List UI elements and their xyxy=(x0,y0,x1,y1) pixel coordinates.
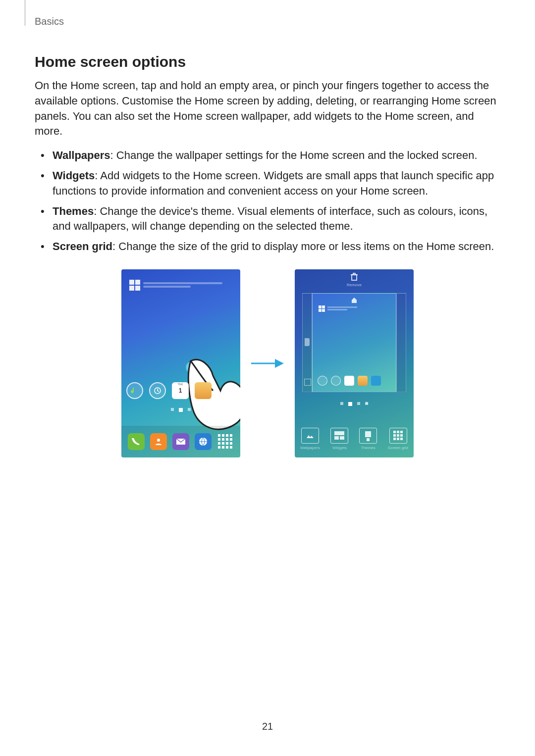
clock-icon xyxy=(149,382,166,399)
dock-bar xyxy=(121,426,240,457)
bullet-text: : Change the device's theme. Visual elem… xyxy=(53,205,487,233)
section-heading: Home screen options xyxy=(35,53,500,70)
svg-point-1 xyxy=(157,439,160,442)
phone-app-icon xyxy=(128,433,145,450)
page-number: 21 xyxy=(0,721,535,732)
home-indicator-icon xyxy=(351,297,358,305)
app-row: THU 1 xyxy=(126,382,212,399)
breadcrumb: Basics xyxy=(35,16,64,27)
themes-option-label: Themes xyxy=(361,446,375,450)
music-icon xyxy=(126,382,143,399)
widgets-option: Widgets xyxy=(330,428,348,450)
widgets-icon xyxy=(330,428,348,444)
contacts-app-icon xyxy=(150,433,167,450)
mini-calendar-icon xyxy=(344,376,354,386)
briefing-widget xyxy=(126,277,225,293)
calendar-icon: THU 1 xyxy=(172,382,189,399)
bullet-item: Themes: Change the device's theme. Visua… xyxy=(53,204,500,235)
panel-carousel xyxy=(295,293,414,397)
arrow-right-icon xyxy=(250,357,285,369)
page-indicator xyxy=(121,408,240,412)
bullet-label: Screen grid xyxy=(53,240,112,252)
svg-rect-5 xyxy=(352,275,357,280)
mini-cloud-icon xyxy=(371,376,381,386)
bullet-label: Wallpapers xyxy=(53,149,110,161)
bullet-label: Themes xyxy=(53,205,94,217)
panel-next xyxy=(396,293,406,392)
mini-briefing-widget xyxy=(319,305,357,312)
bullet-text: : Change the size of the grid to display… xyxy=(112,240,494,252)
wallpapers-icon xyxy=(301,428,319,444)
trash-icon xyxy=(350,272,359,281)
screen-grid-option-label: Screen grid xyxy=(388,446,408,450)
widgets-option-label: Widgets xyxy=(332,446,347,450)
remove-button: Remove xyxy=(295,272,414,287)
bullet-text: : Add widgets to the Home screen. Widget… xyxy=(53,169,494,197)
bullet-text: : Change the wallpaper settings for the … xyxy=(110,149,478,161)
bullet-item: Widgets: Add widgets to the Home screen.… xyxy=(53,168,500,199)
figure: THU 1 xyxy=(35,269,500,457)
panel-prev xyxy=(302,293,312,392)
mini-app-row xyxy=(318,376,381,386)
main-content: Home screen options On the Home screen, … xyxy=(35,53,500,457)
bullet-list: Wallpapers: Change the wallpaper setting… xyxy=(35,148,500,254)
intro-paragraph: On the Home screen, tap and hold an empt… xyxy=(35,78,500,139)
mini-gallery-icon xyxy=(358,376,368,386)
home-options-bar: Wallpapers Widgets Themes xyxy=(295,423,414,457)
mini-clock-icon xyxy=(331,376,341,386)
wallpapers-option: Wallpapers xyxy=(300,428,320,450)
remove-label: Remove xyxy=(347,283,362,287)
apps-drawer-icon xyxy=(217,433,234,450)
themes-option: Themes xyxy=(359,428,377,450)
widget-icon xyxy=(129,280,140,291)
messages-app-icon xyxy=(172,433,189,450)
figure-phone-home: THU 1 xyxy=(121,269,240,457)
page-indicator-edit: + xyxy=(295,402,414,406)
screen-grid-icon xyxy=(389,428,407,444)
bullet-label: Widgets xyxy=(53,169,95,182)
wallpapers-option-label: Wallpapers xyxy=(300,446,320,450)
figure-phone-edit: Remove xyxy=(295,269,414,457)
gallery-icon xyxy=(195,382,212,399)
screen-grid-option: Screen grid xyxy=(388,428,408,450)
panel-current xyxy=(312,293,396,392)
bullet-item: Wallpapers: Change the wallpaper setting… xyxy=(53,148,500,163)
mini-music-icon xyxy=(318,376,327,386)
internet-app-icon xyxy=(195,433,212,450)
bullet-item: Screen grid: Change the size of the grid… xyxy=(53,239,500,254)
header-divider xyxy=(25,0,25,26)
themes-icon xyxy=(359,428,377,444)
